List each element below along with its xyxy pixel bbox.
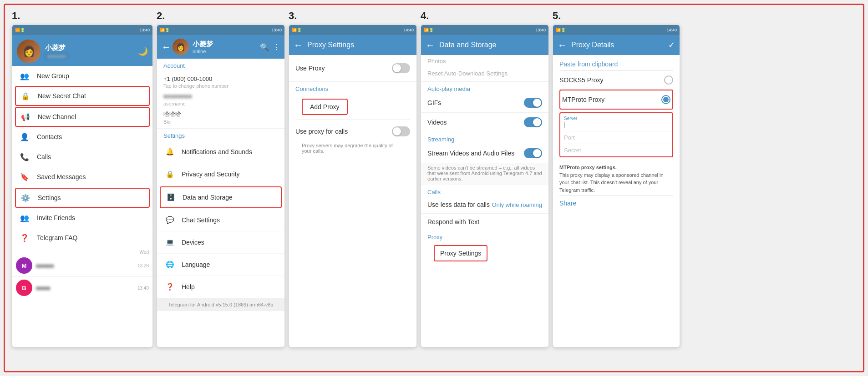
- menu-invite[interactable]: 👥 Invite Friends: [12, 208, 152, 228]
- step-2: 2. 📶🔋 13:40 ← 👩 小菱梦 online 🔍 ⋮: [157, 10, 285, 347]
- step-label-5: 5.: [553, 10, 680, 22]
- settings-language[interactable]: 🌐 Language: [157, 254, 284, 276]
- server-label: Server: [564, 116, 669, 121]
- paste-link[interactable]: Paste from clipboard: [559, 58, 673, 70]
- reset-item[interactable]: Reset Auto-Download Settings: [421, 67, 548, 82]
- more-icon[interactable]: ⋮: [273, 43, 280, 51]
- proxy-details-title: Proxy Details: [571, 41, 668, 49]
- contacts-icon: 👤: [19, 131, 30, 143]
- calls-section-title: Calls: [421, 185, 548, 196]
- settings-chat[interactable]: 💬 Chat Settings: [157, 209, 284, 231]
- stream-toggle[interactable]: [524, 148, 542, 158]
- status-bar-5: 📶🔋 14:40: [553, 25, 680, 35]
- profile-header-info: 小菱梦 online: [193, 40, 213, 54]
- menu-saved[interactable]: 🔖 Saved Messages: [12, 167, 152, 187]
- videos-item[interactable]: Videos: [421, 113, 548, 132]
- app-bar-4: ← Data and Storage: [421, 35, 548, 55]
- search-icon[interactable]: 🔍: [260, 43, 269, 51]
- less-data-item[interactable]: Use less data for calls Only while roami…: [421, 196, 548, 213]
- menu-calls[interactable]: 📞 Calls: [12, 147, 152, 167]
- step-label-1: 1.: [12, 10, 153, 22]
- secret-row[interactable]: Secret: [560, 144, 672, 156]
- menu-settings-label: Settings: [38, 194, 61, 201]
- stream-item[interactable]: Stream Videos and Audio Files: [421, 144, 548, 163]
- photos-item: Photos: [421, 55, 548, 67]
- language-label: Language: [182, 261, 210, 268]
- menu-new-group-label: New Group: [37, 72, 69, 80]
- proxy-settings-area: Proxy Settings: [421, 241, 548, 265]
- check-icon[interactable]: ✓: [668, 40, 675, 50]
- proxy-settings-button[interactable]: Proxy Settings: [434, 245, 487, 261]
- menu-secret-label: New Secret Chat: [38, 92, 86, 100]
- chat-info: ●●●●: [36, 285, 137, 291]
- settings-privacy[interactable]: 🔒 Privacy and Security: [157, 163, 284, 185]
- calls-icon: 📞: [19, 151, 30, 163]
- back-icon[interactable]: ←: [162, 42, 171, 52]
- menu-list: 👥 New Group 🔒 New Secret Chat 📢 New Chan…: [12, 66, 152, 248]
- app-bar-2: ← 👩 小菱梦 online 🔍 ⋮: [157, 35, 284, 59]
- proxy-calls-toggle[interactable]: [392, 126, 410, 136]
- connections-title: Connections: [289, 82, 416, 94]
- settings-help[interactable]: ❓ Help: [157, 276, 284, 298]
- privacy-icon: 🔒: [163, 168, 176, 180]
- settings-devices[interactable]: 💻 Devices: [157, 231, 284, 254]
- menu-new-channel[interactable]: 📢 New Channel: [15, 107, 150, 127]
- back-icon-4[interactable]: ←: [426, 40, 435, 50]
- moon-icon: 🌙: [138, 46, 148, 56]
- proxy-calls-section: Use proxy for calls Proxy servers may de…: [289, 120, 416, 159]
- input-fields: Server Port Secret: [560, 113, 672, 156]
- settings-data-storage[interactable]: 🗄️ Data and Storage: [160, 186, 282, 208]
- respond-item[interactable]: Respond with Text: [421, 213, 548, 230]
- settings-notifications[interactable]: 🔔 Notifications and Sounds: [157, 141, 284, 163]
- less-data-value: Only while roaming: [492, 201, 542, 208]
- bio-sub: Bio: [163, 119, 278, 125]
- mtproto-radio[interactable]: [661, 95, 670, 104]
- gifs-toggle[interactable]: [524, 98, 542, 108]
- step-1: 1. 📶🔋 13:40 👩 小菱梦 ●●●●●●● 🌙: [12, 10, 153, 347]
- menu-new-group[interactable]: 👥 New Group: [12, 66, 152, 86]
- gifs-label: GIFs: [427, 99, 441, 106]
- chat-item[interactable]: B ●●●● 13:40: [12, 277, 152, 299]
- menu-settings[interactable]: ⚙️ Settings: [15, 188, 150, 208]
- menu-new-secret-chat[interactable]: 🔒 New Secret Chat: [15, 86, 150, 106]
- use-proxy-toggle[interactable]: [392, 63, 410, 73]
- step-label-2: 2.: [157, 10, 285, 22]
- status-bar-3: 📶🔋 14:40: [289, 25, 416, 35]
- menu-faq-label: Telegram FAQ: [37, 234, 77, 241]
- back-icon-3[interactable]: ←: [294, 40, 303, 50]
- mtproto-option[interactable]: MTProto Proxy: [560, 92, 672, 107]
- socks5-option[interactable]: SOCKS5 Proxy: [559, 71, 673, 90]
- step-label-3: 3.: [289, 10, 417, 22]
- back-icon-5[interactable]: ←: [558, 40, 567, 50]
- footer-text: Telegram for Android v5.15.0 (1869) arm6…: [157, 298, 284, 311]
- devices-label: Devices: [182, 239, 204, 246]
- add-proxy-button[interactable]: Add Proxy: [302, 99, 348, 115]
- mtproto-note: MTProto proxy settings. This proxy may d…: [559, 160, 673, 196]
- language-icon: 🌐: [163, 258, 176, 271]
- account-area: +1 (000) 000-1000 Tap to change phone nu…: [157, 71, 284, 129]
- menu-faq[interactable]: ❓ Telegram FAQ: [12, 228, 152, 248]
- mtproto-note-title: MTProto proxy settings.: [559, 165, 617, 170]
- menu-saved-label: Saved Messages: [37, 173, 86, 180]
- videos-toggle[interactable]: [524, 117, 542, 127]
- menu-contacts[interactable]: 👤 Contacts: [12, 127, 152, 147]
- profile-info: 小菱梦 ●●●●●●●: [45, 44, 68, 59]
- privacy-label: Privacy and Security: [182, 170, 240, 178]
- profile-title: 小菱梦: [193, 40, 213, 49]
- saved-icon: 🔖: [19, 171, 30, 183]
- profile-avatar-small: 👩: [173, 39, 189, 55]
- step-4: 4. 📶🔋 13:40 ← Data and Storage Photos Re…: [421, 10, 549, 347]
- share-link[interactable]: Share: [559, 196, 673, 211]
- use-proxy-calls-row: Use proxy for calls: [295, 123, 410, 140]
- notifications-label: Notifications and Sounds: [182, 148, 252, 155]
- secret-label: Secret: [564, 147, 581, 154]
- port-row[interactable]: Port: [560, 131, 672, 144]
- profile-header: 👩 小菱梦 ●●●●●●● 🌙: [12, 35, 152, 66]
- group-icon: 👥: [19, 70, 30, 82]
- menu-calls-label: Calls: [37, 153, 51, 160]
- server-input[interactable]: [564, 121, 669, 128]
- socks5-radio[interactable]: [664, 75, 673, 85]
- gifs-item[interactable]: GIFs: [421, 93, 548, 113]
- chat-item[interactable]: M ●●●●● 13:28: [12, 255, 152, 277]
- proxy-settings-title: Proxy Settings: [307, 41, 412, 49]
